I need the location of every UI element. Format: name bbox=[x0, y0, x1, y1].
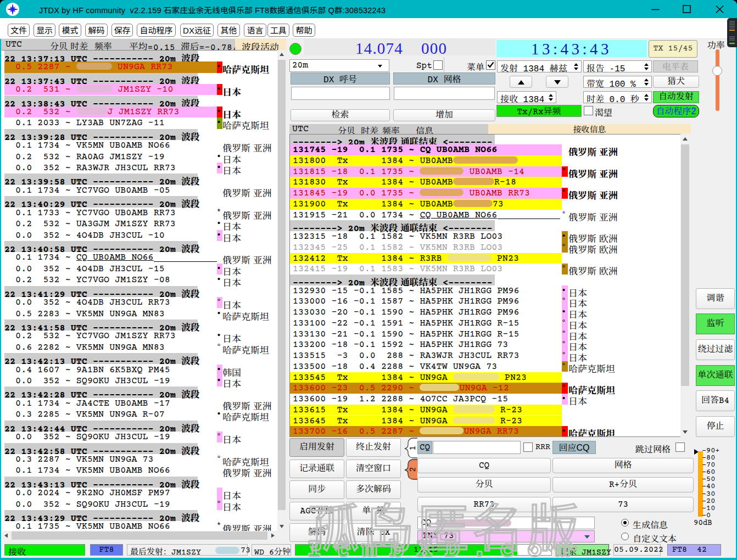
svg-text:1: 1 bbox=[408, 446, 417, 450]
svg-text:2: 2 bbox=[408, 467, 417, 472]
